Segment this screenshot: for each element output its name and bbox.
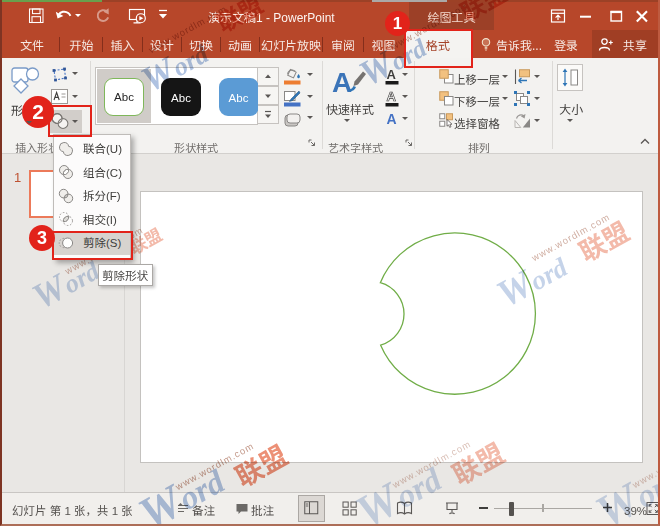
text-fill-icon[interactable]: A — [384, 67, 401, 85]
close-button[interactable] — [633, 7, 651, 25]
shape-style-gallery: Abc Abc Abc — [95, 67, 258, 125]
svg-text:A: A — [387, 67, 397, 82]
shape-fill-icon[interactable] — [283, 68, 302, 85]
notes-icon — [176, 502, 190, 516]
text-effects-dropdown-icon[interactable] — [402, 117, 408, 120]
maximize-button[interactable] — [607, 7, 625, 25]
undo-dropdown-icon[interactable] — [75, 14, 81, 17]
menu-item-intersect[interactable]: 相交(I) — [54, 208, 130, 232]
align-objects-icon[interactable] — [514, 69, 531, 85]
shapes-dropdown-icon[interactable] — [26, 121, 32, 124]
shape-style-option-2[interactable]: Abc — [161, 78, 201, 116]
redo-icon — [94, 7, 112, 25]
send-backward-icon[interactable] — [439, 91, 454, 106]
insert-shape-gallery-icon[interactable] — [11, 67, 41, 95]
text-box-dropdown-icon[interactable] — [72, 95, 78, 98]
edit-shape-dropdown-icon[interactable] — [72, 72, 78, 75]
zoom-in-icon[interactable] — [602, 502, 613, 513]
menu-item-fragment[interactable]: 拆分(F) — [54, 184, 130, 208]
quick-styles-dropdown-icon[interactable] — [344, 119, 350, 122]
zoom-out-icon[interactable] — [479, 507, 488, 509]
tab-slideshow[interactable]: 幻灯片放映 — [260, 30, 322, 58]
menu-item-union[interactable]: 联合(U) — [54, 137, 130, 161]
tell-me-lightbulb-icon — [479, 37, 493, 52]
quick-styles-icon[interactable]: A — [332, 65, 370, 99]
tell-me-box[interactable]: 告诉我... — [496, 30, 542, 58]
gallery-scroll-down-icon[interactable] — [258, 86, 279, 105]
tab-design[interactable]: 设计 — [143, 30, 181, 58]
collapse-ribbon-icon[interactable] — [638, 136, 652, 147]
tab-insert[interactable]: 插入 — [103, 30, 142, 58]
selection-pane-icon[interactable] — [439, 113, 454, 128]
minimize-button[interactable] — [576, 7, 594, 25]
size-label[interactable]: 大小 — [559, 100, 583, 117]
shape-fill-dropdown-icon[interactable] — [307, 73, 313, 76]
shape-style-option-3[interactable]: Abc — [219, 78, 259, 116]
fit-slide-to-window-icon[interactable] — [646, 501, 660, 516]
align-dropdown-icon[interactable] — [534, 75, 540, 78]
zoom-level[interactable]: 39% — [624, 502, 647, 518]
slideshow-view-icon[interactable] — [444, 501, 460, 516]
sign-in-button[interactable]: 登录 — [551, 30, 581, 58]
group-separator — [414, 61, 415, 149]
edit-shape-icon[interactable] — [50, 67, 69, 83]
bring-forward-label[interactable]: 上移一层 — [454, 71, 500, 87]
group-dropdown-icon[interactable] — [534, 97, 540, 100]
shape-outline-dropdown-icon[interactable] — [307, 95, 313, 98]
gallery-more-icon[interactable] — [258, 105, 279, 124]
start-slideshow-icon[interactable] — [128, 7, 150, 25]
size-button[interactable] — [557, 64, 583, 91]
text-effects-icon[interactable]: A — [384, 110, 401, 129]
slide-sorter-view-icon[interactable] — [342, 501, 358, 516]
shape-effects-dropdown-icon[interactable] — [307, 116, 313, 119]
tab-transitions[interactable]: 切换 — [182, 30, 220, 58]
normal-view-button[interactable] — [298, 495, 325, 522]
rotate-objects-icon[interactable] — [514, 113, 531, 129]
text-fill-dropdown-icon[interactable] — [402, 73, 408, 76]
contextual-tab-group-header[interactable]: 绘图工具 — [409, 2, 494, 30]
zoom-slider-thumb[interactable] — [509, 502, 514, 516]
size-dropdown-icon[interactable] — [567, 119, 573, 122]
comments-button[interactable]: 批注 — [251, 502, 274, 518]
group-separator — [552, 61, 553, 149]
text-outline-icon[interactable]: A — [384, 89, 401, 107]
arrange-group-label: 排列 — [468, 139, 490, 155]
text-outline-dropdown-icon[interactable] — [402, 95, 408, 98]
shape-styles-dialog-launcher-icon[interactable] — [308, 139, 318, 149]
tab-review[interactable]: 审阅 — [323, 30, 363, 58]
notes-button[interactable]: 备注 — [192, 502, 215, 518]
shape-effects-icon[interactable] — [283, 113, 302, 129]
selection-pane-label[interactable]: 选择窗格 — [454, 115, 500, 131]
quick-styles-label[interactable]: 快速样式 — [326, 100, 374, 117]
powerpoint-window: 演示文稿1 - PowerPoint 绘图工具 文件 开始 插入 设计 切换 — [0, 0, 660, 526]
tab-file[interactable]: 文件 — [14, 30, 50, 58]
share-button[interactable]: 共享 — [620, 30, 650, 58]
ribbon-display-options-icon[interactable] — [549, 7, 567, 25]
send-backward-dropdown-icon[interactable] — [502, 97, 508, 100]
menu-item-combine[interactable]: 组合(C) — [54, 161, 130, 185]
save-icon[interactable] — [28, 7, 46, 25]
shape-style-option-1[interactable]: Abc — [104, 78, 144, 116]
annotation-box-merge-button — [48, 105, 92, 137]
undo-icon[interactable] — [54, 7, 72, 25]
rotate-dropdown-icon[interactable] — [534, 119, 540, 122]
bring-forward-icon[interactable] — [439, 69, 454, 84]
customize-qat-icon[interactable] — [158, 9, 168, 21]
slide-indicator: 幻灯片 第 1 张，共 1 张 — [12, 502, 133, 518]
caret-down-icon — [75, 14, 81, 17]
window-title: 演示文稿1 - PowerPoint — [208, 2, 335, 30]
reading-view-icon[interactable] — [396, 501, 413, 516]
slide-canvas[interactable] — [140, 191, 643, 463]
group-objects-icon[interactable] — [514, 91, 530, 106]
wordart-group-label: 艺术字样式 — [328, 139, 383, 155]
tab-home[interactable]: 开始 — [60, 30, 103, 58]
gallery-scroll-up-icon[interactable] — [258, 67, 279, 86]
bring-forward-dropdown-icon[interactable] — [502, 75, 508, 78]
send-backward-label[interactable]: 下移一层 — [454, 93, 500, 109]
tab-animations[interactable]: 动画 — [221, 30, 259, 58]
tooltip: 剪除形状 — [98, 264, 153, 286]
text-box-icon[interactable] — [51, 89, 68, 104]
zoom-slider-tick — [542, 504, 544, 512]
shape-outline-icon[interactable] — [283, 90, 302, 107]
status-bar: 幻灯片 第 1 张，共 1 张 备注 批注 39% — [2, 492, 658, 524]
